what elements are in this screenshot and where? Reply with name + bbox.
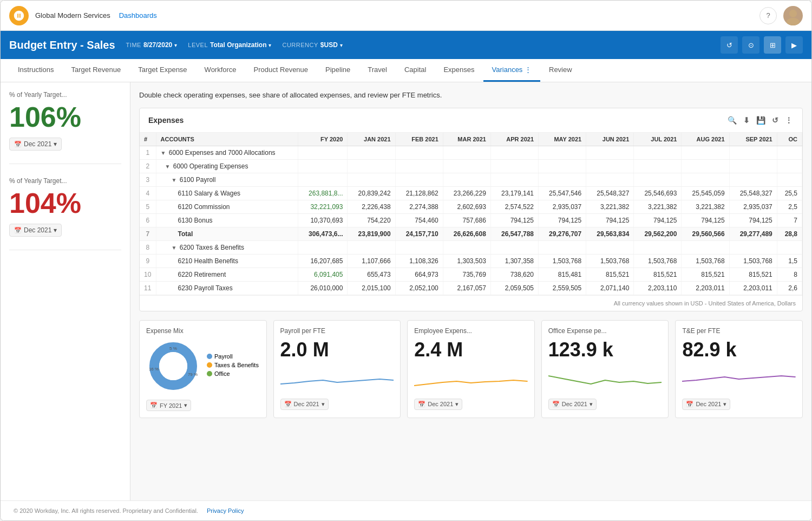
calendar-icon-1: 📅 [14,141,22,148]
level-value: Total Organization [210,41,266,49]
help-button[interactable]: ? [759,7,777,24]
donut-chart: 5 % 16 % 79 % [146,339,200,393]
metric2-arrow-icon: ▾ [54,226,57,234]
table-row: 11 6230 Payroll Taxes 26,010,000 2,015,1… [140,282,802,295]
table-header-row: # ACCOUNTS FY 2020 JAN 2021 FEB 2021 MAR… [140,133,802,146]
expenses-section: Expenses 🔍 ⬇ 💾 ↺ ⋮ # ACCOUN [139,108,803,311]
video-button[interactable]: ▶ [785,36,803,54]
header-bar: Budget Entry - Sales TIME 8/27/2020 ▾ LE… [1,31,811,59]
bottom-cards: Expense Mix [139,320,803,418]
expense-mix-date-button[interactable]: 📅 FY 2021 ▾ [146,400,191,411]
section-tools: 🔍 ⬇ 💾 ↺ ⋮ [726,115,794,126]
row-num: 1 [140,146,156,160]
tab-review[interactable]: Review [540,59,581,82]
te-fte-arrow-icon: ▾ [723,401,726,408]
level-filter[interactable]: LEVEL Total Organization ▾ [188,41,271,49]
time-arrow-icon: ▾ [174,42,177,48]
col-accounts: ACCOUNTS [156,133,298,146]
search-tool-icon[interactable]: 🔍 [726,115,738,126]
tab-workforce[interactable]: Workforce [196,59,245,82]
grid-view-button[interactable]: ⊞ [764,36,781,54]
refresh-tool-icon[interactable]: ↺ [771,115,780,126]
tab-product-revenue[interactable]: Product Revenue [245,59,317,82]
col-aug2021: AUG 2021 [682,133,729,146]
office-expense-title: Office Expense pe... [548,327,662,335]
row-account: ▼ 6100 Payroll [156,173,298,187]
level-label: LEVEL [188,42,208,48]
expense-mix-card: Expense Mix [139,320,267,418]
payroll-label: Payroll [214,353,233,360]
refresh-button[interactable]: ↺ [721,36,738,54]
row-num: 10 [140,268,156,282]
legend-taxes: Taxes & Benefits [207,362,259,368]
tab-target-revenue[interactable]: Target Revenue [62,59,129,82]
table-row: 2 ▼ 6000 Operating Expenses [140,160,802,173]
payroll-fte-card: Payroll per FTE 2.0 M 📅 Dec 2021 ▾ [273,320,401,418]
svg-point-0 [789,10,797,17]
currency-label: CURRENCY [282,42,318,48]
col-fy2020: FY 2020 [298,133,348,146]
office-dot [207,371,212,376]
expense-mix-arrow-icon: ▾ [184,402,187,409]
section-title: Expenses [148,116,184,125]
metric1-arrow-icon: ▾ [54,140,57,148]
col-sep2021: SEP 2021 [729,133,777,146]
te-fte-title: T&E per FTE [682,327,796,335]
time-label: TIME [126,42,141,48]
more-tool-icon[interactable]: ⋮ [784,115,794,126]
row-num: 8 [140,241,156,255]
col-feb2021: FEB 2021 [395,133,443,146]
te-fte-date: Dec 2021 [696,401,721,407]
employee-expense-date: Dec 2021 [428,401,453,407]
employee-expense-chart [414,365,528,392]
tab-instructions[interactable]: Instructions [9,59,62,82]
metric2-label: % of Yearly Target... [9,177,121,185]
expenses-table-wrapper: # ACCOUNTS FY 2020 JAN 2021 FEB 2021 MAR… [140,133,802,295]
table-row: 4 6110 Salary & Wages 263,881,8... 20,83… [140,187,802,200]
save-tool-icon[interactable]: 💾 [755,115,767,126]
payroll-fte-date-button[interactable]: 📅 Dec 2021 ▾ [280,399,329,410]
metric2-date: Dec 2021 [24,226,51,234]
col-jan2021: JAN 2021 [348,133,395,146]
time-filter[interactable]: TIME 8/27/2020 ▾ [126,41,178,49]
row-account: 6110 Salary & Wages [156,187,298,200]
calendar-icon-7: 📅 [686,401,693,408]
tab-variances[interactable]: Variances ⋮ [483,59,540,82]
tab-pipeline[interactable]: Pipeline [317,59,359,82]
currency-filter[interactable]: CURRENCY $USD ▾ [282,41,342,49]
section-header: Expenses 🔍 ⬇ 💾 ↺ ⋮ [140,108,802,133]
dashboards-link[interactable]: Dashboards [119,11,157,19]
row-num: 6 [140,214,156,227]
privacy-policy-link[interactable]: Privacy Policy [207,507,244,514]
expense-mix-title: Expense Mix [146,327,260,335]
col-mar2021: MAR 2021 [443,133,490,146]
employee-expense-title: Employee Expens... [414,327,528,335]
office-expense-date-button[interactable]: 📅 Dec 2021 ▾ [548,399,597,410]
metric2-date-button[interactable]: 📅 Dec 2021 ▾ [9,224,62,237]
tab-expenses[interactable]: Expenses [435,59,483,82]
row-account: 6120 Commission [156,200,298,214]
payroll-fte-arrow-icon: ▾ [322,401,325,408]
help-icon: ? [766,11,770,19]
calendar-icon-4: 📅 [284,401,292,408]
tab-capital[interactable]: Capital [396,59,435,82]
table-row: 9 6210 Health Benefits 16,207,685 1,107,… [140,255,802,268]
row-num: 3 [140,173,156,187]
table-row: 1 ▼ 6000 Expenses and 7000 Allocations [140,146,802,160]
tab-target-expense[interactable]: Target Expense [129,59,195,82]
tab-travel[interactable]: Travel [359,59,396,82]
col-may2021: MAY 2021 [539,133,586,146]
page-title: Budget Entry - Sales [9,39,115,51]
te-fte-value: 82.9 k [682,339,796,361]
company-name: Global Modern Services [35,11,110,19]
row-num: 9 [140,255,156,268]
screenshot-button[interactable]: ⊙ [742,36,759,54]
svg-text:16 %: 16 % [149,367,159,372]
te-fte-date-button[interactable]: 📅 Dec 2021 ▾ [682,399,730,410]
employee-expense-date-button[interactable]: 📅 Dec 2021 ▾ [414,399,462,410]
user-avatar[interactable] [783,6,803,25]
metric1-date-button[interactable]: 📅 Dec 2021 ▾ [9,138,62,151]
copyright-text: © 2020 Workday, Inc. All rights reserved… [14,507,198,514]
employee-expense-card: Employee Expens... 2.4 M 📅 Dec 2021 ▾ [407,320,535,418]
download-tool-icon[interactable]: ⬇ [742,115,751,126]
